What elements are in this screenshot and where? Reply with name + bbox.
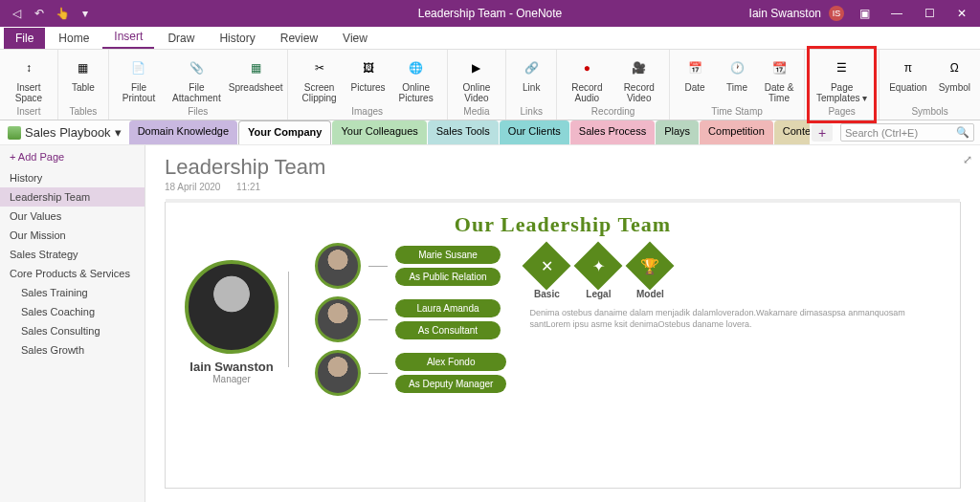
members-column: Marie Susane As Public Relation Laura Am…: [315, 243, 506, 396]
datetime-button[interactable]: 📆Date & Time: [760, 52, 798, 103]
badge-basic: ✕ Basic: [529, 243, 564, 299]
file-attachment-icon: 📎: [184, 55, 209, 80]
spreadsheet-button[interactable]: ▦Spreadsheet: [231, 52, 281, 93]
search-input[interactable]: Search (Ctrl+E) 🔍: [840, 123, 974, 142]
record-video-button[interactable]: 🎥Record Video: [615, 52, 664, 103]
section-tab[interactable]: Domain Knowledge: [129, 120, 237, 144]
tab-file[interactable]: File: [4, 28, 45, 49]
section-tab[interactable]: Your Company: [238, 120, 331, 144]
equation-button[interactable]: πEquation: [885, 52, 930, 93]
close-icon[interactable]: ✕: [949, 7, 974, 20]
pictures-icon: 🖼: [356, 55, 381, 80]
qat-dropdown-icon[interactable]: ▾: [77, 5, 94, 22]
date-button[interactable]: 📅Date: [676, 52, 714, 93]
search-placeholder: Search (Ctrl+E): [845, 127, 918, 139]
section-tab[interactable]: Plays: [656, 120, 699, 144]
member-name-pill: Marie Susane: [395, 246, 501, 264]
page-list-item[interactable]: Leadership Team: [0, 187, 145, 207]
insert-space-button[interactable]: ↕Insert Space: [6, 52, 52, 103]
tab-view[interactable]: View: [331, 28, 379, 49]
section-tab[interactable]: Sales Tools: [428, 120, 499, 144]
section-tab[interactable]: Content: [774, 120, 810, 144]
maximize-icon[interactable]: ☐: [917, 7, 942, 20]
page-list-item[interactable]: Sales Training: [0, 283, 145, 302]
canvas[interactable]: ⤢ Leadership Team 18 April 2020 11:21 Ou…: [145, 145, 980, 502]
notebook-icon: [8, 126, 21, 140]
touch-mode-icon[interactable]: 👆: [54, 5, 71, 22]
screen-clipping-button[interactable]: ✂Screen Clipping: [294, 52, 345, 103]
member-row: Laura Amanda As Consultant: [315, 296, 506, 342]
member-photo: [315, 350, 361, 396]
page-date-row: 18 April 2020 11:21: [165, 182, 961, 192]
page-list-item[interactable]: Sales Consulting: [0, 321, 145, 340]
page-list-item[interactable]: Our Mission: [0, 226, 145, 245]
expand-icon[interactable]: ⤢: [963, 153, 972, 166]
pictures-button[interactable]: 🖼Pictures: [349, 52, 388, 93]
page-title[interactable]: Leadership Team: [165, 155, 961, 180]
member-role-pill: As Consultant: [395, 321, 501, 339]
section-tab[interactable]: Sales Process: [570, 120, 655, 144]
time-button[interactable]: 🕐Time: [718, 52, 756, 93]
member-row: Marie Susane As Public Relation: [315, 243, 506, 289]
table-icon: ▦: [71, 55, 96, 80]
tab-home[interactable]: Home: [47, 28, 100, 49]
file-printout-button[interactable]: 📄File Printout: [115, 52, 163, 103]
minimize-icon[interactable]: —: [884, 7, 909, 20]
section-tab[interactable]: Your Colleagues: [332, 120, 426, 144]
add-section-button[interactable]: +: [812, 123, 833, 142]
page-templates-button[interactable]: ☰Page Templates ▾: [811, 52, 873, 103]
record-audio-button[interactable]: ●Record Audio: [563, 52, 611, 103]
page-list-item[interactable]: Core Products & Services: [0, 264, 145, 283]
user-name[interactable]: Iain Swanston: [749, 7, 821, 20]
wrench-icon: ✕: [523, 242, 571, 291]
undo-icon[interactable]: ↶: [31, 5, 48, 22]
connector: [368, 319, 388, 320]
member-role-pill: As Deputy Manager: [395, 375, 506, 393]
page-list-item[interactable]: Sales Coaching: [0, 302, 145, 321]
note-container[interactable]: Our Leadership Team Iain Swanston Manage…: [165, 202, 961, 489]
online-pictures-icon: 🌐: [404, 55, 429, 80]
group-timestamp: 📅Date 🕐Time 📆Date & Time Time Stamp: [670, 50, 805, 120]
datetime-icon: 📆: [767, 55, 791, 80]
online-pictures-button[interactable]: 🌐Online Pictures: [391, 52, 441, 103]
tab-history[interactable]: History: [208, 28, 266, 49]
manager-photo: [185, 260, 278, 354]
avatar[interactable]: IS: [829, 6, 844, 21]
member-name-pill: Alex Fondo: [395, 353, 506, 371]
section-tab[interactable]: Our Clients: [500, 120, 569, 144]
notebook-picker[interactable]: Sales Playbook ▾: [0, 120, 129, 144]
page-list-item[interactable]: Sales Growth: [0, 340, 145, 360]
page-templates-icon: ☰: [830, 55, 855, 80]
page-list-item[interactable]: Our Values: [0, 207, 145, 226]
screen-clipping-icon: ✂: [307, 55, 332, 80]
file-attachment-button[interactable]: 📎File Attachment: [167, 52, 227, 103]
symbol-button[interactable]: ΩSymbol: [935, 52, 974, 93]
section-tab[interactable]: Competition: [700, 120, 773, 144]
date-icon: 📅: [682, 55, 707, 80]
ribbon-tabs: File Home Insert Draw History Review Vie…: [0, 27, 980, 50]
symbol-icon: Ω: [942, 55, 967, 80]
link-button[interactable]: 🔗Link: [512, 52, 550, 93]
member-name-pill: Laura Amanda: [395, 299, 501, 317]
page-list-item[interactable]: History: [0, 168, 145, 187]
tab-insert[interactable]: Insert: [102, 26, 154, 49]
time-icon: 🕐: [724, 55, 749, 80]
search-icon: 🔍: [956, 126, 969, 139]
ribbon-display-icon[interactable]: ▣: [852, 7, 877, 20]
equation-icon: π: [896, 55, 921, 80]
nav-back-icon[interactable]: ◁: [8, 5, 25, 22]
notebook-name: Sales Playbook: [25, 125, 111, 140]
tab-draw[interactable]: Draw: [156, 28, 206, 49]
org-heading: Our Leadership Team: [166, 203, 960, 243]
record-video-icon: 🎥: [627, 55, 652, 80]
tab-review[interactable]: Review: [269, 28, 329, 49]
online-video-button[interactable]: ▶Online Video: [454, 52, 501, 103]
table-button[interactable]: ▦Table: [64, 52, 102, 93]
manager-block: Iain Swanston Manager: [185, 243, 278, 396]
add-page-button[interactable]: + Add Page: [0, 145, 145, 168]
page-list-item[interactable]: Sales Strategy: [0, 245, 145, 264]
page-date: 18 April 2020: [165, 182, 220, 192]
member-photo: [315, 243, 361, 289]
group-insert: ↕Insert Space Insert: [0, 50, 58, 120]
info-column: ✕ Basic ✦ Legal 🏆 Model Denima ostebus d…: [516, 243, 941, 396]
